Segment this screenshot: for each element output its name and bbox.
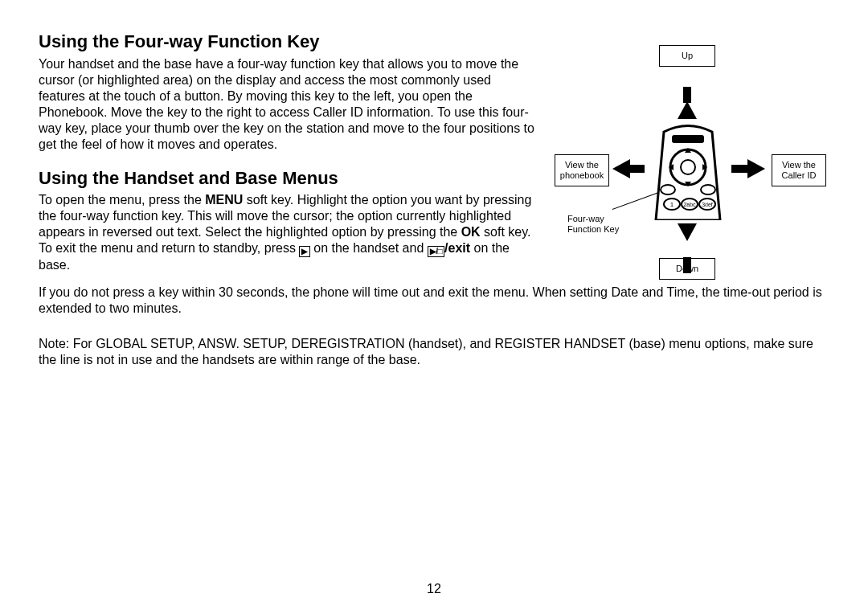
svg-text:1: 1 — [670, 201, 674, 208]
diagram-right-box: View theCaller ID — [772, 154, 826, 186]
heading-menus: Using the Handset and Base Menus — [39, 167, 537, 190]
body-menus: To open the menu, press the MENU soft ke… — [39, 192, 537, 273]
end-call-icon: ▶ — [299, 246, 310, 257]
arrow-up-icon — [678, 101, 697, 119]
arrow-down-icon — [678, 223, 697, 241]
arrow-left-icon — [612, 159, 630, 178]
svg-text:2abc: 2abc — [683, 202, 696, 207]
note-text: Note: For GLOBAL SETUP, ANSW. SETUP, DER… — [39, 336, 829, 368]
body-fourway: Your handset and the base have a four-wa… — [39, 56, 537, 153]
fourway-diagram: Up Down View thephonebook View theCaller… — [555, 45, 844, 286]
diagram-left-box: View thephonebook — [555, 154, 609, 186]
svg-text:3def: 3def — [702, 202, 713, 207]
arrow-right-icon — [747, 159, 765, 178]
handset-icon: 1 2abc 3def — [640, 124, 736, 220]
fnkey-label: Four-wayFunction Key — [567, 214, 619, 235]
diagram-up-box: Up — [659, 45, 715, 67]
svg-point-4 — [701, 185, 715, 194]
page-number: 12 — [0, 581, 868, 597]
timeout-text: If you do not press a key within 30 seco… — [39, 285, 829, 317]
svg-rect-0 — [672, 135, 704, 143]
svg-point-2 — [681, 160, 695, 174]
svg-point-3 — [661, 185, 675, 194]
play-stop-icon: ▶/□ — [428, 246, 444, 257]
